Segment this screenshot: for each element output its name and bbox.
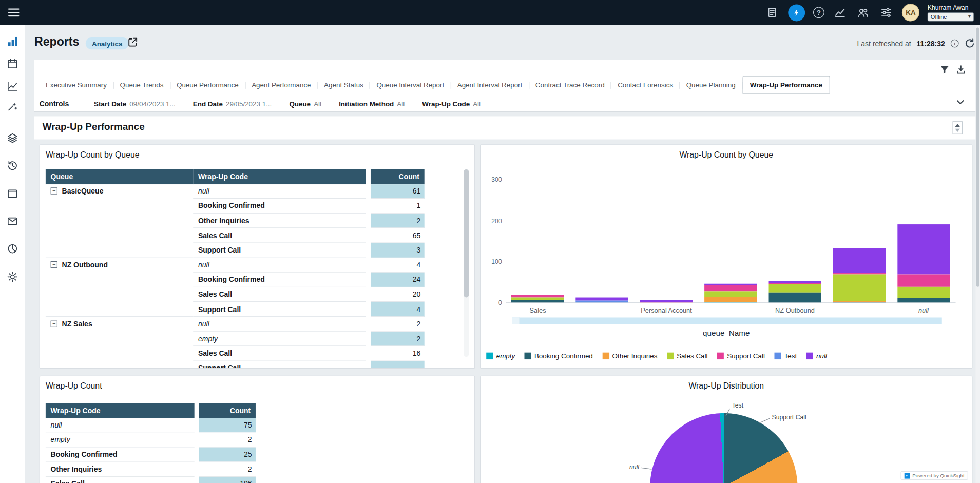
collapse-icon[interactable] <box>51 188 57 195</box>
users-icon[interactable] <box>856 5 871 20</box>
x-tick-label <box>570 306 634 314</box>
avatar[interactable]: KA <box>902 4 919 21</box>
legend-item-sales-call[interactable]: Sales Call <box>667 352 708 359</box>
filter-icon[interactable] <box>939 64 951 75</box>
stacked-bar-personal-account[interactable] <box>640 300 693 302</box>
collapse-icon[interactable] <box>51 261 57 268</box>
tab-wrap-up-performance[interactable]: Wrap-Up Performance <box>742 76 830 94</box>
stacked-bar-unlabeled[interactable] <box>576 298 628 303</box>
export-icon[interactable] <box>956 64 967 75</box>
control-filter-start-date[interactable]: Start Date09/04/2023 1... <box>94 100 176 108</box>
metrics-icon[interactable] <box>833 5 848 20</box>
tab-agent-status[interactable]: Agent Status <box>318 78 370 92</box>
tab-agent-performance[interactable]: Agent Performance <box>245 78 317 92</box>
bar-slot <box>506 295 570 302</box>
legend-item-test[interactable]: Test <box>774 352 797 359</box>
x-axis-zoom-scrollbar[interactable] <box>512 317 942 324</box>
tab-queue-performance[interactable]: Queue Performance <box>170 78 245 92</box>
column-header-wrapup-code[interactable]: Wrap-Up Code <box>193 169 366 184</box>
wrapup-code-cell: null <box>193 184 366 199</box>
vertical-scrollbar[interactable] <box>976 25 980 483</box>
stacked-bar-sales[interactable] <box>511 295 564 302</box>
chevron-down-icon[interactable] <box>956 98 966 107</box>
sidebar-item-gear-icon[interactable] <box>5 269 20 284</box>
queue-cell <box>46 287 193 302</box>
pie-chart[interactable] <box>650 413 797 483</box>
spinner-up-icon[interactable] <box>955 124 960 127</box>
wrapup-by-queue-table-body: BasicQueuenull61Booking Confirmed1Other … <box>46 184 425 369</box>
stacked-bar-unlabeled[interactable] <box>704 284 757 303</box>
column-header-count[interactable]: Count <box>371 169 425 184</box>
tab-contract-trace-record[interactable]: Contract Trace Record <box>529 78 611 92</box>
tab-queue-interval-report[interactable]: Queue Interval Report <box>370 78 450 92</box>
bar-segment-null <box>833 248 886 274</box>
queue-cell[interactable]: BasicQueue <box>46 184 193 199</box>
sidebar-item-window-icon[interactable] <box>5 186 20 201</box>
stacked-bar-unlabeled[interactable] <box>833 248 886 303</box>
quicksight-analytics-icon[interactable] <box>788 4 805 21</box>
controls-filters: Start Date09/04/2023 1...End Date29/05/2… <box>94 100 481 108</box>
sidebar-item-layers-icon[interactable] <box>5 130 20 145</box>
legend-item-booking-confirmed[interactable]: Booking Confirmed <box>524 352 592 359</box>
sidebar <box>0 25 25 483</box>
spinner-down-icon[interactable] <box>955 129 960 132</box>
stacked-bar-nz-outbound[interactable] <box>768 281 821 303</box>
sidebar-item-mail-icon[interactable] <box>5 214 20 228</box>
control-filter-queue[interactable]: QueueAll <box>289 100 321 108</box>
queue-cell[interactable]: NZ Outbound <box>46 258 193 273</box>
zoom-handle[interactable] <box>512 317 520 324</box>
refresh-icon[interactable] <box>965 38 975 49</box>
bar-segment-booking-confirmed <box>833 302 886 302</box>
sidebar-item-doughnut-icon[interactable] <box>5 241 20 256</box>
sidebar-item-history-icon[interactable] <box>5 158 20 173</box>
count-cell: 1 <box>371 199 425 214</box>
tab-queue-planning[interactable]: Queue Planning <box>680 78 741 92</box>
help-icon[interactable] <box>813 7 824 18</box>
bar-segment-null <box>897 224 950 275</box>
tab-queue-trends[interactable]: Queue Trends <box>113 78 169 92</box>
legend-item-empty[interactable]: empty <box>486 352 515 359</box>
sidebar-item-calendar-icon[interactable] <box>5 56 20 71</box>
sidebar-item-reports-bar-chart-icon[interactable] <box>5 34 20 49</box>
control-filter-wrap-up-code[interactable]: Wrap-Up CodeAll <box>422 100 481 108</box>
wrapup-count-table-body: null75empty2Booking Confirmed25Other Inq… <box>46 418 256 483</box>
filter-label: Wrap-Up Code <box>422 100 470 108</box>
sidebar-item-wand-icon[interactable] <box>5 99 20 113</box>
legend-item-other-inquiries[interactable]: Other Inquiries <box>602 352 657 359</box>
table-row: Booking Confirmed1 <box>46 199 425 214</box>
notes-icon[interactable] <box>765 5 780 20</box>
queue-cell[interactable]: NZ Sales <box>46 317 193 332</box>
y-tick-label: 100 <box>481 258 502 265</box>
queue-cell <box>46 199 193 214</box>
scroll-spinner-control[interactable] <box>952 121 962 134</box>
settings-sliders-icon[interactable] <box>879 5 894 20</box>
wrapup-code-cell: Booking Confirmed <box>46 447 195 462</box>
tab-agent-interval-report[interactable]: Agent Interval Report <box>451 78 529 92</box>
hamburger-menu-icon[interactable] <box>7 6 21 20</box>
legend-item-support-call[interactable]: Support Call <box>717 352 765 359</box>
tab-contact-forensics[interactable]: Contact Forensics <box>611 78 679 92</box>
scrollbar-thumb[interactable] <box>464 169 469 298</box>
table-scrollbar[interactable] <box>464 169 469 357</box>
control-filter-initiation-method[interactable]: Initiation MethodAll <box>339 100 405 108</box>
control-filter-end-date[interactable]: End Date29/05/2023 1... <box>193 100 272 108</box>
wrapup-code-cell: empty <box>193 332 366 346</box>
legend-item-null[interactable]: null <box>806 352 827 359</box>
column-header-wrapup-code[interactable]: Wrap-Up Code <box>46 403 195 418</box>
info-icon[interactable] <box>951 40 959 48</box>
column-header-queue[interactable]: Queue <box>46 169 193 184</box>
open-external-icon[interactable] <box>127 37 139 48</box>
sheet-heading-band: Wrap-Up Performance <box>34 116 976 139</box>
sidebar-item-line-chart-icon[interactable] <box>5 79 20 93</box>
stacked-bar-null[interactable] <box>897 224 950 302</box>
scrollbar-thumb[interactable] <box>976 28 979 287</box>
pie-label-support-call: Support Call <box>772 414 806 420</box>
bar-slot <box>699 284 763 303</box>
column-gap <box>366 184 371 199</box>
tab-executive-summary[interactable]: Executive Summary <box>40 78 113 92</box>
collapse-icon[interactable] <box>51 320 57 327</box>
queue-cell <box>46 302 193 317</box>
legend-swatch <box>602 352 609 359</box>
status-dropdown[interactable]: Offline <box>928 12 974 21</box>
column-header-count[interactable]: Count <box>199 403 256 418</box>
